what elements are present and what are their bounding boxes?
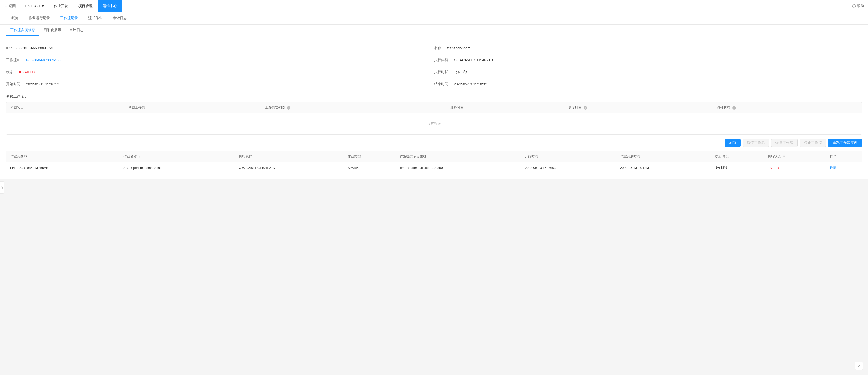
job-action-cell: 详情 [826, 162, 862, 173]
job-detail-link[interactable]: 详情 [830, 166, 836, 169]
end-time-cell: 结束时间： 2022-05-13 15:18:32 [434, 78, 862, 90]
dependency-section: 依赖工作流： 所属项目 所属工作流 工作流实例ID [6, 90, 862, 135]
tab-overview[interactable]: 概览 [6, 12, 24, 25]
col-biz-time: 业务时间 [446, 102, 564, 113]
end-time-label: 结束时间： [434, 82, 452, 86]
status-value: FAILED [23, 70, 35, 74]
dropdown-icon: ▼ [41, 4, 44, 8]
workflow-id-label: 工作流ID： [6, 58, 24, 62]
col-start-time: 开始时间 ↕ [521, 151, 616, 162]
job-end-time-cell: 2022-05-13 15:18:31 [616, 162, 711, 173]
pause-workflow-button[interactable]: 暂停工作流 [743, 139, 769, 147]
chevron-right-icon: ❯ [1, 186, 3, 189]
resume-workflow-button[interactable]: 恢复工作流 [771, 139, 798, 147]
instance-info-grid: ID： FI-6C8E0A66938FDC4E 名称： test-spark-p… [6, 42, 862, 90]
job-status-value: FAILED [768, 166, 779, 170]
stop-workflow-button[interactable]: 停止工作流 [800, 139, 826, 147]
cluster-label: 执行集群： [434, 58, 452, 62]
expand-icon: ⤢ [857, 364, 860, 368]
col-end-time: 作业完成时间 ↕ [616, 151, 711, 162]
back-label: 返回 [9, 4, 16, 8]
cluster-cell: 执行集群： C-6ACA5EEC1194F21D [434, 54, 862, 66]
start-time-label: 开始时间： [6, 82, 24, 86]
nav-item-ops[interactable]: 运维中心 [98, 0, 122, 12]
job-start-time-cell: 2022-05-13 15:16:53 [521, 162, 616, 173]
job-cluster-cell: C-6ACA5EEC1194F21D [235, 162, 343, 173]
col-instance-id: 工作流实例ID i [261, 102, 446, 113]
sidebar-toggle-button[interactable]: ❯ [0, 181, 4, 194]
tab-streaming[interactable]: 流式作业 [83, 12, 107, 25]
col-condition-status: 条件状态 i [713, 102, 862, 113]
id-value: FI-6C8E0A66938FDC4E [15, 46, 55, 50]
back-button[interactable]: ← 返回 [4, 0, 19, 12]
tab-audit[interactable]: 审计日志 [65, 25, 88, 36]
status-dot-icon [19, 71, 21, 73]
action-bar: 刷新 暂停工作流 恢复工作流 停止工作流 重跑工作流实例 [6, 135, 862, 151]
duration-value: 1分39秒 [454, 70, 467, 75]
project-name-text: TEST_API [23, 4, 40, 8]
exec-status-filter-icon[interactable]: ▽ [783, 155, 785, 158]
tab-instance-info[interactable]: 工作流实例信息 [6, 25, 39, 36]
status-label: 状态： [6, 70, 17, 75]
col-job-instance-id: 作业实例ID [6, 151, 119, 162]
workflow-id-value[interactable]: F-EF960A4028C6CF95 [26, 58, 63, 62]
col-schedule-time: 调度时间 i [564, 102, 713, 113]
tab-audit-log[interactable]: 审计日志 [107, 12, 132, 25]
job-name-sort-icon[interactable]: ↕ [139, 154, 141, 158]
col-exec-status: 执行状态 ▽ [764, 151, 826, 162]
condition-status-info-icon[interactable]: i [732, 106, 736, 110]
dependency-label: 依赖工作流： [6, 94, 862, 99]
name-label: 名称： [434, 46, 445, 51]
col-exec-duration: 执行时长 [711, 151, 764, 162]
status-badge: FAILED [19, 70, 35, 74]
duration-cell: 执行时长： 1分39秒 [434, 66, 862, 78]
cluster-value: C-6ACA5EEC1194F21D [454, 58, 493, 62]
refresh-button[interactable]: 刷新 [725, 139, 741, 147]
col-submit-host: 作业提交节点主机 [396, 151, 521, 162]
nav-item-project[interactable]: 项目管理 [73, 0, 98, 12]
instance-id-info-icon[interactable]: i [287, 106, 290, 110]
start-time-value: 2022-05-13 15:16:53 [26, 82, 59, 86]
help-button[interactable]: ⓘ 帮助 [852, 4, 864, 8]
project-selector[interactable]: TEST_API ▼ [19, 0, 49, 12]
job-table-header: 作业实例ID 作业名称 ↕ 执行集群 作业类型 作业 [6, 151, 862, 162]
rerun-workflow-button[interactable]: 重跑工作流实例 [828, 139, 862, 147]
instance-name-cell: 名称： test-spark-perf [434, 42, 862, 54]
bottom-icons: ⤢ [855, 362, 863, 370]
col-project: 所属项目 [6, 102, 124, 113]
col-job-name: 作业名称 ↕ [119, 151, 235, 162]
col-exec-cluster: 执行集群 [235, 151, 343, 162]
instance-id-cell: ID： FI-6C8E0A66938FDC4E [6, 42, 434, 54]
job-submit-host-cell: emr-header-1.cluster-302350 [396, 162, 521, 173]
dependency-table-header: 所属项目 所属工作流 工作流实例ID i 业务时间 [6, 102, 862, 113]
job-type-cell: SPARK [343, 162, 396, 173]
end-time-value: 2022-05-13 15:18:32 [454, 82, 487, 86]
expand-icon-button[interactable]: ⤢ [855, 362, 863, 370]
dependency-table-empty-row: 没有数据 [6, 113, 862, 135]
col-operation: 操作 [826, 151, 862, 162]
start-time-cell: 开始时间： 2022-05-13 15:16:53 [6, 78, 434, 90]
job-table: 作业实例ID 作业名称 ↕ 执行集群 作业类型 作业 [6, 151, 862, 173]
start-time-sort-icon[interactable]: ↕ [540, 154, 542, 158]
main-nav-items: 作业开发 项目管理 运维中心 [49, 0, 122, 12]
empty-text: 没有数据 [427, 122, 441, 125]
col-job-type: 作业类型 [343, 151, 396, 162]
duration-label: 执行时长： [434, 70, 452, 75]
tab-workflow-records[interactable]: 工作流记录 [55, 12, 83, 25]
status-cell: 状态： FAILED [6, 66, 434, 78]
tab-graph-view[interactable]: 图形化展示 [39, 25, 65, 36]
job-duration-cell: 1分38秒 [711, 162, 764, 173]
schedule-time-info-icon[interactable]: i [584, 106, 587, 110]
col-workflow: 所属工作流 [124, 102, 261, 113]
workflow-id-cell: 工作流ID： F-EF960A4028C6CF95 [6, 54, 434, 66]
help-label: 帮助 [857, 4, 864, 8]
nav-item-dev[interactable]: 作业开发 [49, 0, 73, 12]
top-navigation: ← 返回 TEST_API ▼ 作业开发 项目管理 运维中心 ⓘ 帮助 [0, 0, 868, 12]
help-icon: ⓘ [852, 4, 856, 8]
end-time-sort-icon[interactable]: ↕ [642, 154, 644, 158]
job-table-container: 作业实例ID 作业名称 ↕ 执行集群 作业类型 作业 [6, 151, 862, 173]
job-table-row: FNI-90CD19854137B5AB Spark-perf-test-sma… [6, 162, 862, 173]
id-label: ID： [6, 46, 13, 51]
tab-job-records[interactable]: 作业运行记录 [24, 12, 55, 25]
main-content: ID： FI-6C8E0A66938FDC4E 名称： test-spark-p… [0, 36, 868, 179]
